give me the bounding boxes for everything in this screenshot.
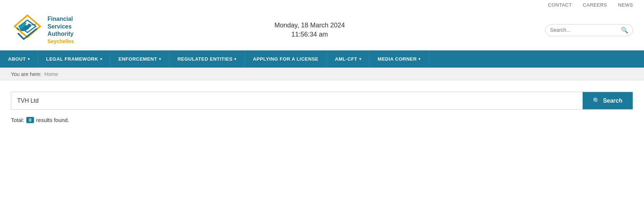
breadcrumb-home[interactable]: Home	[44, 71, 58, 77]
nav-label: MEDIA CORNER	[378, 56, 417, 62]
main-search-button[interactable]: 🔍 Search	[583, 92, 633, 109]
nav-item-enforcement[interactable]: ENFORCEMENT▾	[110, 50, 169, 68]
main-content: 🔍 Search Total: 0 results found.	[0, 81, 644, 130]
main-search-input[interactable]	[11, 92, 583, 109]
top-bar: CONTACT CAREERS NEWS	[0, 0, 644, 10]
contact-link[interactable]: CONTACT	[548, 2, 572, 8]
navbar: ABOUT▾LEGAL FRAMEWORK▾ENFORCEMENT▾REGULA…	[0, 50, 644, 68]
logo-line1: Financial	[48, 15, 74, 23]
logo-line4: Seychelles	[48, 38, 74, 45]
nav-item-about[interactable]: ABOUT▾	[0, 50, 38, 68]
logo-icon	[11, 14, 44, 46]
search-button-label: Search	[603, 98, 622, 104]
nav-label: ABOUT	[8, 56, 26, 62]
search-magnifier-icon: 🔍	[593, 97, 600, 104]
header-search-input[interactable]	[550, 27, 621, 33]
svg-point-4	[27, 24, 31, 27]
nav-label: REGULATED ENTITIES	[177, 56, 232, 62]
logo-line2: Services	[48, 23, 74, 31]
results-prefix: Total:	[11, 117, 24, 123]
nav-label: AML-CFT	[335, 56, 357, 62]
nav-item-aml-cft[interactable]: AML-CFT▾	[327, 50, 370, 68]
header-search-icon[interactable]: 🔍	[621, 27, 628, 34]
nav-item-media-corner[interactable]: MEDIA CORNER▾	[370, 50, 429, 68]
chevron-down-icon: ▾	[418, 57, 421, 61]
time-display: 11:56:34 am	[74, 31, 545, 38]
news-link[interactable]: NEWS	[618, 2, 633, 8]
nav-label: APPLYING FOR A LICENSE	[253, 56, 318, 62]
nav-item-regulated-entities[interactable]: REGULATED ENTITIES▾	[169, 50, 245, 68]
header: Financial Services Authority Seychelles …	[0, 10, 644, 50]
logo-text: Financial Services Authority Seychelles	[48, 15, 74, 45]
nav-label: LEGAL FRAMEWORK	[46, 56, 98, 62]
logo-line3: Authority	[48, 30, 74, 38]
nav-item-applying-for-a-license[interactable]: APPLYING FOR A LICENSE	[245, 50, 327, 68]
careers-link[interactable]: CAREERS	[583, 2, 607, 8]
results-count-badge: 0	[26, 117, 34, 123]
nav-item-legal-framework[interactable]: LEGAL FRAMEWORK▾	[38, 50, 110, 68]
chevron-down-icon: ▾	[359, 57, 361, 61]
datetime-area: Monday, 18 March 2024 11:56:34 am	[74, 22, 545, 38]
breadcrumb-bar: You are here: Home	[0, 68, 644, 81]
header-search-area: 🔍	[545, 24, 633, 36]
date-display: Monday, 18 March 2024	[74, 22, 545, 29]
logo-area: Financial Services Authority Seychelles	[11, 14, 74, 46]
main-search-container: 🔍 Search	[11, 92, 633, 110]
results-text: Total: 0 results found.	[11, 117, 633, 123]
results-suffix: results found.	[36, 117, 69, 123]
nav-label: ENFORCEMENT	[118, 56, 157, 62]
header-search-box[interactable]: 🔍	[545, 24, 633, 36]
chevron-down-icon: ▾	[234, 57, 236, 61]
breadcrumb-prefix: You are here:	[11, 71, 42, 77]
chevron-down-icon: ▾	[28, 57, 30, 61]
chevron-down-icon: ▾	[159, 57, 161, 61]
chevron-down-icon: ▾	[100, 57, 102, 61]
